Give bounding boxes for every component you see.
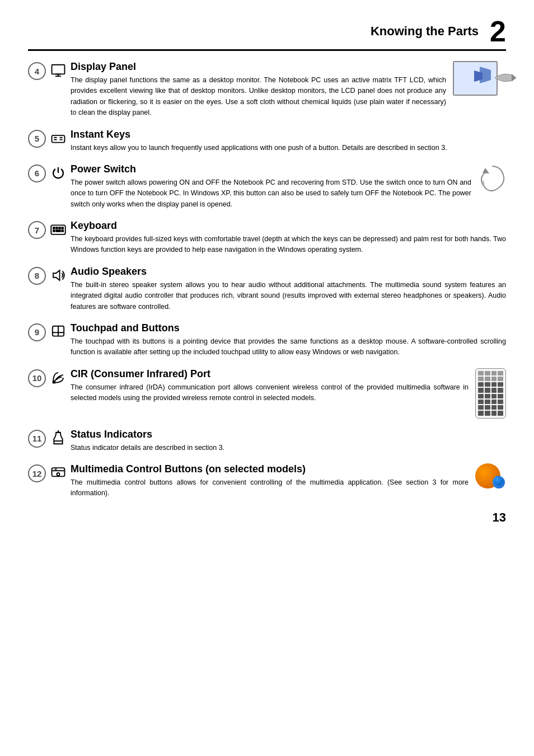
section-heading-4: Display Panel: [71, 61, 446, 73]
chapter-number: 2: [490, 17, 506, 46]
keyboard-icon: [50, 222, 66, 237]
svg-point-29: [57, 473, 59, 476]
svg-marker-10: [483, 168, 489, 173]
svg-rect-14: [59, 227, 60, 229]
section-number-12: 12: [28, 464, 46, 482]
section-body-9: The touchpad with its buttons is a point…: [71, 336, 506, 358]
section-4: 4 Display PanelThe display panel functio…: [28, 61, 506, 119]
section-number-8: 8: [28, 267, 46, 285]
section-body-6: The power switch allows powering ON and …: [71, 177, 471, 210]
section-heading-6: Power Switch: [71, 163, 471, 175]
section-heading-11: Status Indicators: [71, 429, 506, 440]
section-7: 7 KeyboardThe keyboard provides full-siz…: [28, 220, 506, 256]
section-9: 9 Touchpad and ButtonsThe touchpad with …: [28, 322, 506, 358]
svg-marker-4: [512, 74, 516, 82]
page-header: Knowing the Parts 2: [28, 17, 506, 51]
section-heading-9: Touchpad and Buttons: [71, 322, 506, 334]
svg-rect-18: [62, 230, 63, 232]
svg-marker-19: [53, 270, 59, 280]
section-number-7: 7: [28, 221, 46, 239]
section-heading-7: Keyboard: [71, 220, 506, 232]
section-content-4: Display PanelThe display panel functions…: [71, 61, 446, 119]
media-icon: [50, 465, 66, 481]
section-number-4: 4: [28, 62, 46, 80]
section-number-5: 5: [28, 130, 46, 148]
section-8: 8 Audio SpeakersThe built-in stereo spea…: [28, 266, 506, 312]
section-number-10: 10: [28, 369, 46, 387]
power-arrow-image: [478, 163, 506, 191]
section-11: 11 Status IndicatorsStatus indicator det…: [28, 429, 506, 453]
cir-icon: [50, 370, 66, 386]
media-ball-image: [475, 463, 506, 494]
section-number-9: 9: [28, 323, 46, 341]
section-number-6: 6: [28, 165, 46, 182]
svg-rect-5: [52, 135, 65, 142]
section-content-8: Audio SpeakersThe built-in stereo speake…: [71, 266, 506, 312]
section-10: 10 CIR (Consumer Infrared) PortThe consu…: [28, 368, 506, 419]
section-body-8: The built-in stereo speaker system allow…: [71, 280, 506, 312]
page-number: 13: [28, 510, 506, 525]
section-content-10: CIR (Consumer Infrared) PortThe consumer…: [71, 368, 469, 404]
touchpad-icon: [50, 324, 66, 340]
section-heading-10: CIR (Consumer Infrared) Port: [71, 368, 469, 380]
section-heading-5: Instant Keys: [71, 129, 506, 140]
svg-rect-13: [56, 227, 58, 229]
svg-rect-0: [52, 65, 65, 74]
svg-rect-15: [62, 227, 63, 229]
section-content-7: KeyboardThe keyboard provides full-sized…: [71, 220, 506, 256]
section-image-10: [475, 368, 506, 419]
section-content-12: Multimedia Control Buttons (on selected …: [71, 463, 469, 499]
display-icon: [50, 63, 66, 78]
sections-container: 4 Display PanelThe display panel functio…: [28, 61, 506, 499]
section-image-12: [475, 463, 506, 494]
svg-rect-27: [52, 468, 65, 476]
display-image: [453, 61, 506, 106]
status-icon: [50, 430, 66, 446]
section-5: 5 Instant KeysInstant keys allow you to …: [28, 129, 506, 153]
remote-image: [475, 368, 506, 419]
section-content-5: Instant KeysInstant keys allow you to la…: [71, 129, 506, 153]
chapter-title: Knowing the Parts: [371, 24, 479, 39]
section-heading-12: Multimedia Control Buttons (on selected …: [71, 463, 469, 475]
section-content-6: Power SwitchThe power switch allows powe…: [71, 163, 471, 210]
svg-rect-17: [56, 230, 60, 232]
audio-icon: [50, 267, 66, 283]
section-content-11: Status IndicatorsStatus indicator detail…: [71, 429, 506, 453]
section-body-12: The multimedia control buttons allows fo…: [71, 477, 469, 499]
svg-rect-16: [53, 230, 55, 232]
section-content-9: Touchpad and ButtonsThe touchpad with it…: [71, 322, 506, 358]
section-body-4: The display panel functions the same as …: [71, 75, 446, 119]
section-body-7: The keyboard provides full-sized keys wi…: [71, 234, 506, 256]
section-body-10: The consumer infrared (IrDA) communicati…: [71, 382, 469, 404]
section-12: 12 Multimedia Control Buttons (on select…: [28, 463, 506, 499]
svg-rect-12: [53, 227, 55, 229]
section-body-11: Status indicator details are described i…: [71, 443, 506, 453]
instant-icon: [50, 130, 66, 146]
section-6: 6 Power SwitchThe power switch allows po…: [28, 163, 506, 210]
section-number-11: 11: [28, 430, 46, 448]
section-body-5: Instant keys allow you to launch frequen…: [71, 143, 506, 153]
section-image-4: [453, 61, 506, 106]
section-heading-8: Audio Speakers: [71, 266, 506, 278]
power-icon: [50, 165, 66, 181]
section-image-6: [478, 163, 506, 191]
